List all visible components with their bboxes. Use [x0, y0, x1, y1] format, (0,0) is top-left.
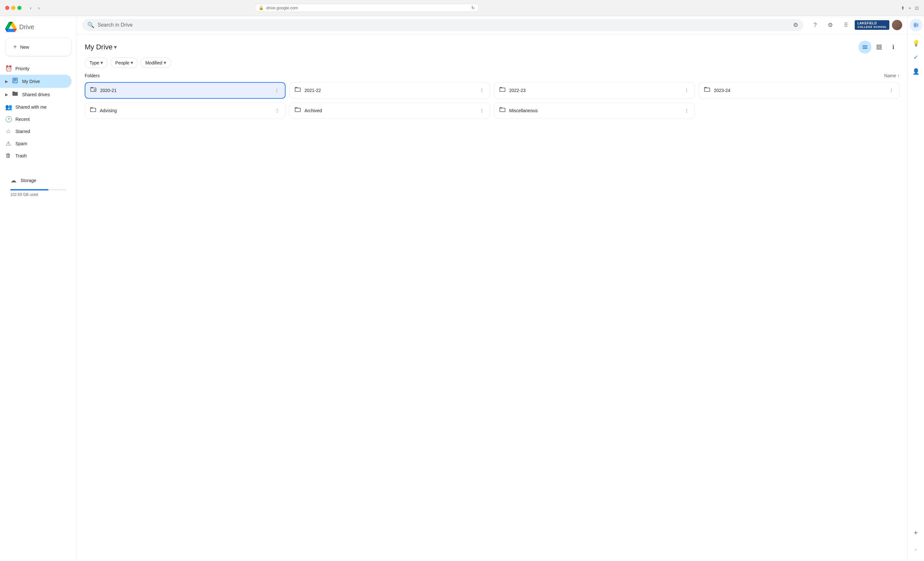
reload-icon[interactable]: ↻: [471, 6, 475, 10]
sidebar-item-shared-drives[interactable]: ▶ Shared drives: [0, 88, 72, 101]
logo-area: Drive: [0, 19, 64, 35]
folder-menu-2023-24[interactable]: ⋮: [888, 87, 895, 94]
recent-icon: 🕐: [5, 116, 12, 123]
search-icon: 🔍: [87, 21, 94, 28]
folder-miscellaneous[interactable]: Miscellaneous ⋮: [494, 103, 695, 119]
minimize-button[interactable]: [11, 6, 15, 10]
sidebar-item-storage[interactable]: ☁ Storage: [5, 174, 66, 187]
sidebar-my-drive-label: My Drive: [22, 79, 40, 84]
folder-2020-21[interactable]: 2020-21 ⋮: [85, 82, 285, 99]
plus-icon: +: [13, 43, 17, 51]
filter-adjust-icon[interactable]: ⚙: [793, 21, 798, 28]
search-bar[interactable]: 🔍 ⚙: [82, 19, 803, 31]
grid-view-button[interactable]: [873, 41, 885, 54]
keep-panel-button[interactable]: 💡: [910, 37, 922, 50]
add-panel-button[interactable]: +: [910, 527, 922, 539]
folder-2021-22[interactable]: 2021-22 ⋮: [290, 82, 490, 99]
contacts-panel-button[interactable]: 👤: [910, 65, 922, 78]
browser-chrome: ‹ › 🔒 drive.google.com ↻ ⬆ + ⊡: [0, 0, 924, 16]
shared-drives-icon: [12, 90, 18, 99]
svg-rect-1: [914, 23, 918, 28]
starred-icon: ☆: [5, 128, 12, 135]
settings-button[interactable]: ⚙: [824, 19, 837, 31]
list-view-button[interactable]: [858, 41, 872, 54]
tasks-panel-button[interactable]: ✓: [910, 51, 922, 64]
folder-menu-2020-21[interactable]: ⋮: [273, 87, 280, 94]
expand-icon: ▶: [5, 79, 8, 84]
sidebar-item-label: Priority: [15, 66, 30, 71]
sidebar-shared-drives-label: Shared drives: [22, 92, 50, 97]
folder-icon-2022-23: [499, 86, 506, 95]
type-filter[interactable]: Type ▾: [85, 57, 108, 68]
folder-menu-2021-22[interactable]: ⋮: [478, 87, 485, 94]
apps-button[interactable]: ⠿: [839, 19, 852, 31]
folder-name-archived: Archived: [304, 108, 475, 113]
type-filter-arrow: ▾: [100, 60, 103, 66]
maximize-button[interactable]: [17, 6, 21, 10]
sidebar-item-starred[interactable]: ☆ Starred: [0, 125, 72, 138]
sidebar-item-priority[interactable]: ⏰ Priority: [0, 63, 72, 75]
collapse-panel-button[interactable]: ›: [910, 543, 922, 556]
sidebar-item-recent[interactable]: 🕐 Recent: [0, 113, 72, 125]
main-area: 🔍 ⚙ ? ⚙ ⠿ LAKEFIELD COLLEGE SCHOOL: [77, 16, 924, 561]
folder-archived[interactable]: Archived ⋮: [290, 103, 490, 119]
sidebar-nav: ⏰ Priority ▶ My Drive ▶ Shared drives: [0, 63, 76, 162]
folder-menu-miscellaneous[interactable]: ⋮: [683, 107, 690, 114]
search-input[interactable]: [98, 22, 790, 28]
page-title-text: My Drive: [85, 43, 112, 51]
folder-icon-archived: [294, 106, 301, 115]
url-display: drive.google.com: [266, 6, 298, 10]
top-header: 🔍 ⚙ ? ⚙ ⠿ LAKEFIELD COLLEGE SCHOOL: [77, 16, 908, 34]
folder-2023-24[interactable]: 2023-24 ⋮: [699, 82, 900, 99]
sidebar: Drive + New ⏰ Priority ▶ My Drive: [0, 16, 77, 561]
folders-section: Folders Name ↑ 2020-21 ⋮: [77, 73, 908, 119]
page-title[interactable]: My Drive ▾: [85, 43, 117, 51]
windows-icon[interactable]: ⊡: [915, 6, 919, 10]
storage-used-label: 102.69 GB used: [10, 192, 66, 197]
sidebar-item-spam[interactable]: ⚠ Spam: [0, 138, 72, 150]
sheets-panel-button[interactable]: [910, 19, 922, 31]
sort-label: Name: [884, 73, 896, 78]
folders-section-title: Folders: [85, 73, 100, 78]
new-tab-icon[interactable]: +: [909, 6, 911, 10]
share-icon[interactable]: ⬆: [901, 6, 905, 10]
right-panel: 💡 ✓ 👤 + ›: [908, 16, 924, 561]
storage-bar: [10, 189, 66, 190]
priority-icon: ⏰: [5, 65, 12, 72]
sidebar-item-my-drive[interactable]: ▶ My Drive: [0, 75, 72, 88]
folder-icon-2023-24: [704, 86, 711, 95]
modified-filter[interactable]: Modified ▾: [141, 57, 171, 68]
storage-fill: [10, 189, 48, 190]
sidebar-storage-label: Storage: [21, 178, 36, 183]
close-button[interactable]: [5, 6, 9, 10]
info-button[interactable]: ℹ: [887, 41, 900, 54]
folder-menu-advising[interactable]: ⋮: [274, 107, 281, 114]
expand-icon-shared: ▶: [5, 92, 8, 97]
folder-menu-archived[interactable]: ⋮: [478, 107, 485, 114]
lock-icon: 🔒: [259, 6, 264, 10]
folder-advising[interactable]: Advising ⋮: [85, 103, 285, 119]
storage-info: ☁ Storage 102.69 GB used: [0, 169, 76, 204]
filter-bar: Type ▾ People ▾ Modified ▾: [77, 57, 908, 73]
back-button[interactable]: ‹: [28, 4, 33, 12]
avatar[interactable]: [892, 20, 902, 30]
folder-menu-2022-23[interactable]: ⋮: [683, 87, 690, 94]
folder-name-2022-23: 2022-23: [509, 88, 680, 93]
sidebar-starred-label: Starred: [15, 129, 30, 134]
section-header: Folders Name ↑: [85, 73, 900, 78]
sidebar-item-trash[interactable]: 🗑 Trash: [0, 150, 72, 162]
new-button[interactable]: + New: [5, 38, 72, 56]
forward-button[interactable]: ›: [36, 4, 41, 12]
google-drive-logo: Drive: [5, 21, 34, 33]
app-container: Drive + New ⏰ Priority ▶ My Drive: [0, 16, 924, 561]
sidebar-item-shared-with-me[interactable]: 👥 Shared with me: [0, 101, 72, 113]
content-header: My Drive ▾ ℹ: [77, 34, 908, 57]
folder-icon-2021-22: [294, 86, 301, 95]
page-title-chevron: ▾: [114, 43, 117, 51]
people-filter[interactable]: People ▾: [110, 57, 138, 68]
address-bar[interactable]: 🔒 drive.google.com ↻: [254, 4, 479, 12]
sort-control[interactable]: Name ↑: [884, 73, 900, 78]
my-drive-icon: [12, 77, 18, 85]
help-button[interactable]: ?: [808, 19, 821, 31]
folder-2022-23[interactable]: 2022-23 ⋮: [494, 82, 695, 99]
